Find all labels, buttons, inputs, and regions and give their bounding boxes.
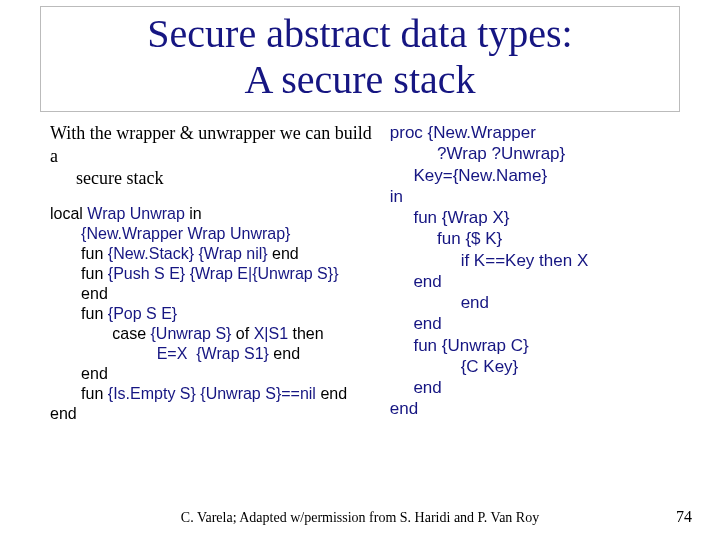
title-line-2: A secure stack — [244, 57, 475, 102]
title-line-1: Secure abstract data types: — [147, 11, 572, 56]
content-area: With the wrapper & unwrapper we can buil… — [0, 112, 720, 424]
left-column: With the wrapper & unwrapper we can buil… — [50, 122, 390, 424]
intro-text: With the wrapper & unwrapper we can buil… — [50, 122, 382, 190]
right-column: proc {New.Wrapper ?Wrap ?Unwrap} Key={Ne… — [390, 122, 690, 424]
page-number: 74 — [676, 508, 692, 526]
slide-title-box: Secure abstract data types: A secure sta… — [40, 6, 680, 112]
left-code-block: local Wrap Unwrap in {New.Wrapper Wrap U… — [50, 204, 382, 424]
right-code-block: proc {New.Wrapper ?Wrap ?Unwrap} Key={Ne… — [390, 122, 690, 420]
slide-title: Secure abstract data types: A secure sta… — [51, 11, 669, 103]
intro-line-1: With the wrapper & unwrapper we can buil… — [50, 122, 382, 167]
footer-attribution: C. Varela; Adapted w/permission from S. … — [0, 510, 720, 526]
intro-line-2: secure stack — [50, 167, 382, 190]
